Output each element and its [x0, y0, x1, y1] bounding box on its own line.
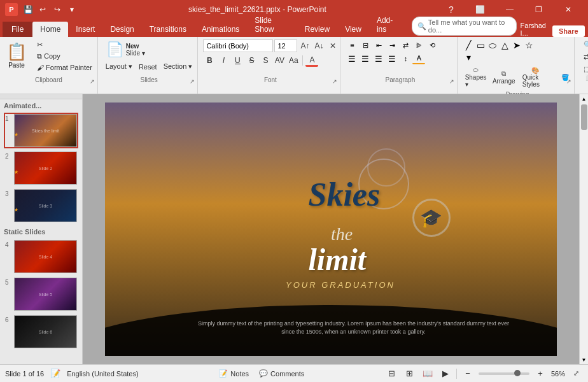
columns-button[interactable]: ⫸ — [412, 39, 425, 51]
reading-view-button[interactable]: 📖 — [421, 367, 435, 381]
canvas-area[interactable]: Skies 🎓 the limit YOUR GRADUATION Simply… — [83, 94, 579, 364]
zoom-slider[interactable] — [479, 372, 529, 375]
slide-sorter-button[interactable]: ⊞ — [403, 367, 417, 381]
dec-indent-button[interactable]: ⇤ — [372, 39, 385, 51]
font-size-input[interactable] — [274, 39, 297, 52]
undo-button[interactable]: ↩ — [36, 3, 49, 16]
align-center-button[interactable]: ☰ — [359, 53, 372, 64]
shape-triangle[interactable]: △ — [499, 39, 510, 51]
shape-oval[interactable]: ⬭ — [487, 39, 498, 51]
save-button[interactable]: 💾 — [22, 3, 34, 16]
textcolor-button[interactable]: A — [412, 53, 425, 64]
scroll-down-button[interactable]: ▼ — [580, 355, 589, 364]
fit-slide-button[interactable]: ⤢ — [569, 367, 583, 381]
customize-button[interactable]: ▾ — [66, 3, 78, 16]
tell-me-input[interactable]: 🔍 Tell me what you want to do... — [412, 17, 517, 36]
textdir-button[interactable]: ⇄ — [399, 39, 412, 51]
numbering-button[interactable]: ⊟ — [359, 39, 372, 51]
fontcolor-button[interactable]: A — [305, 54, 318, 67]
font-shrink-button[interactable]: A↓ — [312, 39, 325, 52]
slide-thumb-1[interactable]: 1 Skies the limit ★ — [4, 113, 78, 148]
tab-animations[interactable]: Animations — [194, 22, 247, 37]
tab-addins[interactable]: Add-ins — [369, 13, 408, 37]
align-right-button[interactable]: ☰ — [372, 53, 385, 64]
slide-thumb-5[interactable]: 5 Slide 5 — [4, 276, 78, 312]
paste-button[interactable]: 📋 Paste — [3, 39, 31, 71]
clear-format-button[interactable]: ✕ — [326, 39, 339, 52]
find-button[interactable]: 🔍 Find — [580, 39, 588, 50]
tab-file[interactable]: File — [3, 22, 32, 37]
zoom-out-button[interactable]: − — [461, 367, 475, 381]
shape-star[interactable]: ☆ — [523, 39, 535, 51]
tab-home[interactable]: Home — [32, 22, 68, 37]
format-painter-button[interactable]: 🖌 Format Painter — [34, 62, 95, 73]
redo-button[interactable]: ↪ — [51, 3, 64, 16]
charspacing-button[interactable]: AV — [273, 54, 286, 67]
replace-button[interactable]: ⇄ Replace — [580, 52, 588, 62]
bold-button[interactable]: B — [203, 54, 216, 67]
slide-thumb-4[interactable]: 4 Slide 4 — [4, 239, 78, 274]
tab-review[interactable]: Review — [297, 22, 337, 37]
shape-line[interactable]: ╱ — [463, 39, 474, 51]
convert-button[interactable]: ⟲ — [426, 39, 438, 51]
scroll-thumb[interactable] — [581, 104, 587, 130]
maximize-button[interactable]: ❐ — [524, 0, 554, 19]
font-name-input[interactable] — [203, 39, 273, 52]
arrange-icon: ⧉ — [501, 70, 506, 78]
scroll-up-button[interactable]: ▲ — [580, 94, 589, 103]
zoom-in-button[interactable]: + — [533, 367, 547, 381]
close-button[interactable]: ✕ — [554, 0, 583, 19]
shapes-button[interactable]: ⬭ Shapes ▾ — [463, 64, 488, 90]
comments-icon: 💬 — [259, 369, 268, 378]
tab-insert[interactable]: Insert — [68, 22, 102, 37]
slide-thumb-3[interactable]: 3 Slide 3 ★ — [4, 188, 78, 223]
share-button[interactable]: Share — [552, 25, 585, 37]
underline-button[interactable]: U — [231, 54, 244, 67]
bullets-button[interactable]: ≡ — [346, 39, 358, 51]
slide-thumb-6[interactable]: 6 Slide 6 — [4, 314, 78, 350]
font-row2: B I U S S AV Aa A — [203, 54, 318, 67]
new-slide-button[interactable]: 📄 New Slide ▾ — [103, 39, 148, 60]
copy-button[interactable]: ⧉ Copy — [34, 51, 95, 62]
slideshow-view-button[interactable]: ▶ — [438, 367, 452, 381]
tab-transitions[interactable]: Transitions — [142, 22, 194, 37]
strikethrough-button[interactable]: S — [245, 54, 258, 67]
font-expand-icon[interactable]: ↗ — [332, 78, 339, 85]
inc-indent-button[interactable]: ⇥ — [386, 39, 398, 51]
para-row2: ☰ ☰ ☰ ☰ ↕ A — [346, 53, 425, 64]
shape-more[interactable]: ▾ — [463, 52, 474, 63]
section-button[interactable]: Section ▾ — [161, 61, 195, 72]
tab-slideshow[interactable]: Slide Show — [247, 13, 297, 37]
comments-button[interactable]: 💬 Comments — [259, 369, 304, 378]
vertical-scrollbar[interactable]: ▲ ▼ — [579, 94, 588, 364]
normal-view-button[interactable]: ⊟ — [385, 367, 399, 381]
clipboard-expand-icon[interactable]: ↗ — [90, 78, 96, 85]
shape-rect[interactable]: ▭ — [475, 39, 486, 51]
justify-button[interactable]: ☰ — [386, 53, 398, 64]
tab-design[interactable]: Design — [102, 22, 141, 37]
arrange-button[interactable]: ⧉ Arrange — [493, 68, 515, 87]
shadow-button[interactable]: S — [259, 54, 272, 67]
user-profile[interactable]: Farshad I... — [521, 22, 552, 37]
layout-button[interactable]: Layout ▾ — [103, 61, 135, 72]
reset-button[interactable]: Reset — [136, 61, 160, 72]
linesp-button[interactable]: ↕ — [399, 53, 412, 64]
select-button[interactable]: ⬚ Select ▾ — [580, 64, 588, 74]
align-left-button[interactable]: ☰ — [346, 53, 358, 64]
panel-scroll-area[interactable]: Animated... 1 Skies the limit ★ 2 Slide … — [0, 99, 82, 364]
shape-arrow[interactable]: ➤ — [511, 39, 522, 51]
quick-styles-button[interactable]: 🎨 Quick Styles — [519, 65, 551, 90]
arrange-label: Arrange — [493, 78, 515, 85]
slides-expand-icon[interactable]: ↗ — [190, 78, 196, 85]
italic-button[interactable]: I — [217, 54, 230, 67]
scroll-track[interactable] — [580, 103, 588, 355]
tab-view[interactable]: View — [337, 22, 369, 37]
paragraph-expand-icon[interactable]: ↗ — [449, 78, 456, 85]
cut-button[interactable]: ✂ ✂ — [34, 39, 95, 50]
font-grow-button[interactable]: A↑ — [298, 39, 311, 52]
slide-thumb-2[interactable]: 2 Slide 2 ★ — [4, 150, 78, 186]
drawing-expand-icon[interactable]: ↗ — [566, 78, 573, 85]
section-static: Static Slides — [0, 225, 82, 237]
notes-button[interactable]: 📝 Notes — [219, 369, 249, 378]
case-button[interactable]: Aa — [287, 54, 300, 67]
